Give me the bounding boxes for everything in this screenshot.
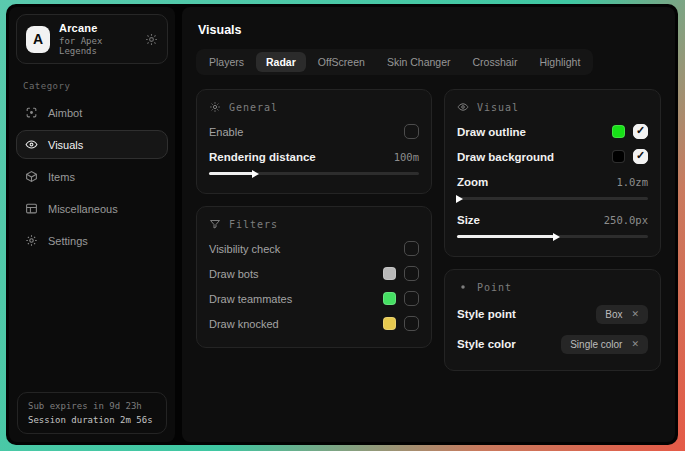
draw-teammates-checkbox[interactable] bbox=[404, 291, 419, 306]
crosshair-icon bbox=[25, 106, 38, 119]
rendering-distance-slider[interactable] bbox=[209, 172, 419, 175]
point-panel: Point Style point Box ✕ Style color Sing… bbox=[444, 269, 661, 371]
tab-crosshair[interactable]: Crosshair bbox=[463, 52, 528, 72]
sidebar-item-settings[interactable]: Settings bbox=[16, 226, 168, 255]
enable-label: Enable bbox=[209, 126, 396, 138]
grid-icon bbox=[25, 202, 38, 215]
sidebar-item-miscellaneous[interactable]: Miscellaneous bbox=[16, 194, 168, 223]
draw-bots-row: Draw bots bbox=[209, 261, 419, 286]
style-color-label: Style color bbox=[457, 338, 553, 350]
eye-icon bbox=[457, 101, 469, 113]
gear-icon bbox=[25, 234, 38, 247]
app-subtitle: for Apex Legends bbox=[59, 36, 136, 56]
zoom-row: Zoom 1.0zm bbox=[457, 169, 648, 194]
sidebar-item-label: Settings bbox=[48, 235, 88, 247]
filters-panel: Filters Visibility check Draw bots Draw … bbox=[196, 206, 432, 348]
draw-teammates-color-swatch[interactable] bbox=[383, 292, 396, 305]
draw-outline-checkbox[interactable] bbox=[633, 124, 648, 139]
slider-thumb[interactable] bbox=[456, 195, 463, 203]
draw-bots-label: Draw bots bbox=[209, 268, 375, 280]
style-color-select[interactable]: Single color ✕ bbox=[561, 335, 648, 354]
sub-expiry-text: Sub expires in 9d 23h bbox=[28, 401, 156, 411]
visual-panel: Visual Draw outline Draw background Zoom bbox=[444, 89, 661, 257]
sidebar-item-label: Aimbot bbox=[48, 107, 82, 119]
slider-thumb[interactable] bbox=[553, 233, 560, 241]
style-color-value: Single color bbox=[570, 339, 622, 350]
tab-radar[interactable]: Radar bbox=[256, 52, 306, 72]
session-duration-text: Session duration 2m 56s bbox=[28, 415, 156, 425]
draw-outline-label: Draw outline bbox=[457, 126, 604, 138]
eye-icon bbox=[25, 138, 38, 151]
draw-outline-row: Draw outline bbox=[457, 119, 648, 144]
slider-thumb[interactable] bbox=[252, 170, 259, 178]
size-row: Size 250.0px bbox=[457, 207, 648, 232]
gear-icon bbox=[209, 101, 221, 113]
sidebar-item-label: Items bbox=[48, 171, 75, 183]
draw-knocked-color-swatch[interactable] bbox=[383, 317, 396, 330]
funnel-icon bbox=[209, 218, 221, 230]
cube-icon bbox=[25, 170, 38, 183]
rendering-distance-row: Rendering distance 100m bbox=[209, 144, 419, 169]
style-color-row: Style color Single color ✕ bbox=[457, 329, 648, 359]
draw-background-color-swatch[interactable] bbox=[612, 150, 625, 163]
sidebar: A Arcane for Apex Legends Category bbox=[9, 7, 175, 442]
main-panel: Visuals Players Radar OffScreen Skin Cha… bbox=[182, 7, 675, 442]
style-point-select[interactable]: Box ✕ bbox=[596, 305, 648, 324]
panel-title: Point bbox=[477, 282, 512, 293]
subscription-footer: Sub expires in 9d 23h Session duration 2… bbox=[17, 392, 167, 434]
page-title: Visuals bbox=[198, 23, 659, 37]
close-icon[interactable]: ✕ bbox=[631, 309, 639, 319]
sidebar-item-visuals[interactable]: Visuals bbox=[16, 130, 168, 159]
brand-text: Arcane for Apex Legends bbox=[59, 22, 136, 56]
visibility-check-label: Visibility check bbox=[209, 243, 396, 255]
draw-background-label: Draw background bbox=[457, 151, 604, 163]
draw-outline-color-swatch[interactable] bbox=[612, 125, 625, 138]
draw-bots-checkbox[interactable] bbox=[404, 266, 419, 281]
tab-players[interactable]: Players bbox=[199, 52, 254, 72]
brand-card: A Arcane for Apex Legends bbox=[16, 14, 168, 64]
app-window: A Arcane for Apex Legends Category bbox=[6, 4, 678, 445]
sidebar-nav: Aimbot Visuals Items bbox=[9, 95, 175, 255]
draw-bots-color-swatch[interactable] bbox=[383, 267, 396, 280]
rendering-distance-label: Rendering distance bbox=[209, 151, 386, 163]
tab-skin-changer[interactable]: Skin Changer bbox=[377, 52, 461, 72]
visibility-check-row: Visibility check bbox=[209, 236, 419, 261]
dot-icon bbox=[457, 281, 469, 293]
visuals-tabbar: Players Radar OffScreen Skin Changer Cro… bbox=[196, 49, 593, 75]
app-title: Arcane bbox=[59, 22, 136, 34]
draw-background-row: Draw background bbox=[457, 144, 648, 169]
close-icon[interactable]: ✕ bbox=[631, 339, 639, 349]
rendering-distance-value: 100m bbox=[394, 151, 419, 163]
size-value: 250.0px bbox=[604, 214, 648, 226]
tab-highlight[interactable]: Highlight bbox=[529, 52, 590, 72]
enable-row: Enable bbox=[209, 119, 419, 144]
tab-offscreen[interactable]: OffScreen bbox=[308, 52, 375, 72]
draw-teammates-label: Draw teammates bbox=[209, 293, 375, 305]
zoom-value: 1.0zm bbox=[616, 176, 648, 188]
category-label: Category bbox=[23, 81, 161, 91]
zoom-slider[interactable] bbox=[457, 197, 648, 200]
sidebar-item-aimbot[interactable]: Aimbot bbox=[16, 98, 168, 127]
size-label: Size bbox=[457, 214, 596, 226]
app-logo: A bbox=[26, 26, 50, 53]
sidebar-item-label: Miscellaneous bbox=[48, 203, 118, 215]
style-point-label: Style point bbox=[457, 308, 588, 320]
settings-gear-icon[interactable] bbox=[145, 33, 158, 46]
draw-background-checkbox[interactable] bbox=[633, 149, 648, 164]
draw-teammates-row: Draw teammates bbox=[209, 286, 419, 311]
panel-title: Filters bbox=[229, 219, 278, 230]
general-panel: General Enable Rendering distance 100m bbox=[196, 89, 432, 194]
panel-title: Visual bbox=[477, 102, 519, 113]
sidebar-item-items[interactable]: Items bbox=[16, 162, 168, 191]
draw-knocked-row: Draw knocked bbox=[209, 311, 419, 336]
panel-title: General bbox=[229, 102, 278, 113]
style-point-row: Style point Box ✕ bbox=[457, 299, 648, 329]
zoom-label: Zoom bbox=[457, 176, 608, 188]
visibility-check-checkbox[interactable] bbox=[404, 241, 419, 256]
sidebar-item-label: Visuals bbox=[48, 139, 83, 151]
draw-knocked-label: Draw knocked bbox=[209, 318, 375, 330]
style-point-value: Box bbox=[605, 309, 622, 320]
draw-knocked-checkbox[interactable] bbox=[404, 316, 419, 331]
enable-checkbox[interactable] bbox=[404, 124, 419, 139]
size-slider[interactable] bbox=[457, 235, 648, 238]
